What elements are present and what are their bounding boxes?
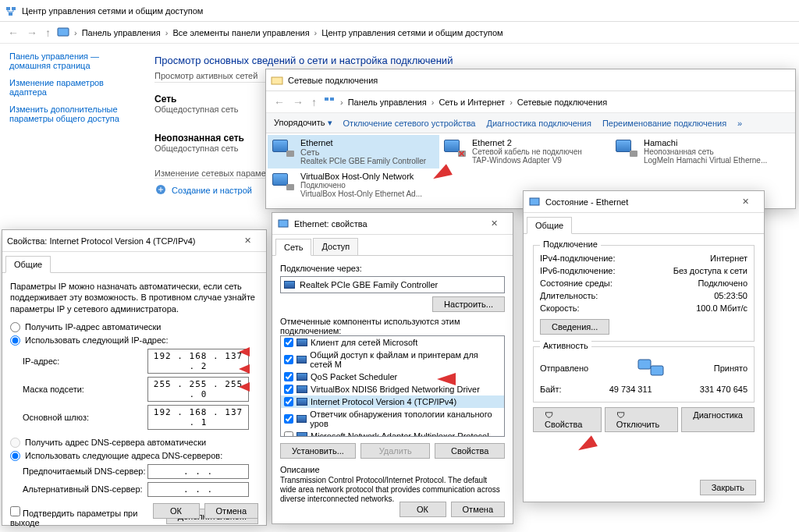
- mask-input[interactable]: 255 . 255 . 255 . 0: [147, 377, 249, 402]
- organize-menu[interactable]: Упорядочить ▾: [274, 118, 332, 128]
- disable-button[interactable]: 🛡 Отключить: [605, 407, 678, 432]
- connection-item-ethernet[interactable]: Ethernet Сеть Realtek PCIe GBE Family Co…: [268, 135, 439, 168]
- tab-general[interactable]: Общие: [5, 256, 51, 273]
- list-item[interactable]: VirtualBox NDIS6 Bridged Networking Driv…: [281, 383, 504, 395]
- row-ipv6: IPv6-подключение:Без доступа к сети: [540, 264, 748, 277]
- bytes-recv: 331 470 645: [700, 385, 748, 394]
- connection-item-ethernet2[interactable]: ✕ Ethernet 2 Сетевой кабель не подключен…: [439, 135, 611, 168]
- tab-access[interactable]: Доступ: [313, 238, 358, 255]
- crumb-2[interactable]: Сеть и Интернет: [439, 98, 505, 107]
- breadcrumb[interactable]: ← → ↑ › Панель управления › Все элементы…: [0, 22, 799, 44]
- ok-button[interactable]: ОК: [400, 502, 446, 517]
- adapter-icon: [284, 281, 295, 289]
- row-media: Состояние среды:Подключено: [540, 277, 748, 289]
- conn-name: Ethernet: [300, 138, 436, 147]
- svg-rect-1: [12, 7, 16, 10]
- nav-back-icon[interactable]: ←: [6, 27, 20, 39]
- gateway-input[interactable]: 192 . 168 . 137 . 1: [147, 405, 249, 430]
- adapter-icon: [271, 172, 296, 190]
- tab-strip: Общие: [2, 252, 266, 273]
- conn-device: VirtualBox Host-Only Ethernet Ad...: [300, 190, 436, 198]
- list-item[interactable]: Клиент для сетей Microsoft: [281, 336, 504, 349]
- radio-dns-auto: Получить адрес DNS-сервера автоматически: [10, 438, 258, 448]
- list-item[interactable]: Ответчик обнаружения топологии канальног…: [281, 408, 504, 430]
- svg-rect-5: [272, 77, 282, 84]
- toolbar: Упорядочить ▾ Отключение сетевого устрой…: [266, 113, 795, 133]
- radio-ip-auto[interactable]: Получить IP-адрес автоматически: [10, 322, 258, 332]
- cancel-button[interactable]: Отмена: [204, 503, 258, 519]
- svg-rect-6: [325, 98, 328, 101]
- nav-fwd-icon[interactable]: →: [291, 96, 305, 108]
- configure-button[interactable]: Настроить...: [432, 296, 505, 312]
- svg-rect-8: [279, 220, 288, 227]
- field-ip: IP-адрес:192 . 168 . 137 . 2: [23, 349, 258, 374]
- properties-button[interactable]: 🛡 Свойства: [533, 407, 602, 432]
- components-label: Отмеченные компоненты используются этим …: [280, 317, 505, 335]
- toolbar-more[interactable]: »: [737, 119, 742, 128]
- cancel-button[interactable]: Отмена: [451, 502, 505, 517]
- crumb-3[interactable]: Сетевые подключения: [517, 98, 607, 107]
- list-item-ipv4[interactable]: Internet Protocol Version 4 (TCP/IPv4): [281, 395, 504, 408]
- properties-button[interactable]: Свойства: [435, 443, 505, 459]
- conn-status: Неопознанная сеть: [644, 147, 779, 156]
- nav-up-icon[interactable]: ↑: [44, 27, 52, 39]
- conn-name: Hamachi: [644, 138, 779, 147]
- window-title: Центр управления сетями и общим доступом: [22, 6, 203, 16]
- close-button[interactable]: Закрыть: [700, 480, 756, 495]
- row-speed: Скорость:100.0 Мбит/с: [540, 302, 748, 314]
- list-item[interactable]: QoS Packet Scheduler: [281, 371, 504, 383]
- conn-status: Подключено: [300, 181, 436, 190]
- crumb-1[interactable]: Панель управления: [82, 28, 161, 37]
- nav-fwd-icon[interactable]: →: [25, 27, 39, 39]
- confirm-exit-checkbox[interactable]: Подтвердить параметры при выходе: [10, 506, 166, 527]
- disable-device[interactable]: Отключение сетевого устройства: [343, 119, 476, 128]
- annotation-arrow-icon: [239, 364, 250, 375]
- components-list[interactable]: Клиент для сетей Microsoft Общий доступ …: [280, 335, 505, 437]
- crumb-1[interactable]: Панель управления: [348, 98, 427, 107]
- details-button[interactable]: Сведения...: [540, 319, 609, 335]
- groupbox-connection: Подключение IPv4-подключение:Интернет IP…: [533, 245, 755, 342]
- sidebar-sharing-settings[interactable]: Изменить дополнительные параметры общего…: [9, 105, 130, 123]
- connection-item-hamachi[interactable]: Hamachi Неопознанная сеть LogMeIn Hamach…: [611, 135, 783, 168]
- list-item[interactable]: Microsoft Network Adapter Multiplexor Pr…: [281, 430, 504, 437]
- ok-button[interactable]: ОК: [153, 503, 200, 519]
- row-bytes: Байт: 49 734 311 331 470 645: [540, 383, 748, 395]
- dns-pref-input[interactable]: . . .: [147, 464, 249, 479]
- sidebar-home[interactable]: Панель управления — домашняя страница: [9, 51, 130, 70]
- close-icon[interactable]: ✕: [478, 215, 510, 231]
- install-button[interactable]: Установить...: [280, 443, 356, 459]
- tab-network[interactable]: Сеть: [275, 239, 311, 256]
- tab-strip: Общие: [524, 213, 764, 234]
- adapter-box: Realtek PCIe GBE Family Controller: [280, 276, 505, 293]
- crumb-3[interactable]: Центр управления сетями и общим доступом: [321, 28, 502, 37]
- nav-up-icon[interactable]: ↑: [310, 96, 318, 108]
- network-connections-window: Сетевые подключения ← → ↑ › Панель управ…: [265, 69, 796, 209]
- ethernet-properties-dialog: Ethernet: свойства ✕ Сеть Доступ Подключ…: [272, 212, 513, 524]
- conn-name: Ethernet 2: [472, 138, 608, 147]
- crumb-2[interactable]: Все элементы панели управления: [172, 28, 309, 37]
- tab-general[interactable]: Общие: [527, 217, 572, 234]
- field-mask: Маска подсети:255 . 255 . 255 . 0: [23, 377, 258, 402]
- disconnected-x-icon: ✕: [458, 149, 465, 159]
- wizard-icon: [154, 183, 167, 197]
- dns-alt-input[interactable]: . . .: [147, 482, 249, 497]
- rename[interactable]: Переименование подключения: [602, 119, 726, 128]
- create-connection-link[interactable]: Создание и настрой: [172, 186, 252, 195]
- radio-ip-manual[interactable]: Использовать следующий IP-адрес:: [10, 335, 258, 346]
- ip-input[interactable]: 192 . 168 . 137 . 2: [147, 349, 249, 374]
- adapter-icon: [271, 138, 296, 157]
- close-icon[interactable]: ✕: [232, 232, 263, 248]
- window-title: Состояние - Ethernet: [545, 197, 628, 207]
- list-item[interactable]: Общий доступ к файлам и принтерам для се…: [281, 349, 504, 371]
- breadcrumb[interactable]: ← → ↑ › Панель управления › Сеть и Интер…: [266, 91, 795, 113]
- nav-back-icon[interactable]: ←: [272, 96, 286, 108]
- title-bar: Ethernet: свойства ✕: [272, 213, 513, 235]
- radio-dns-manual[interactable]: Использовать следующие адреса DNS-сервер…: [10, 451, 258, 461]
- close-icon[interactable]: ✕: [730, 193, 761, 209]
- diagnose-button[interactable]: Диагностика: [681, 407, 755, 432]
- connection-item-vbox[interactable]: VirtualBox Host-Only Network Подключено …: [268, 168, 439, 201]
- row-ipv4: IPv4-подключение:Интернет: [540, 252, 748, 264]
- sidebar-adapter-settings[interactable]: Изменение параметров адаптера: [9, 78, 130, 97]
- sidebar: Панель управления — домашняя страница Из…: [0, 44, 139, 202]
- diagnose[interactable]: Диагностика подключения: [486, 119, 591, 128]
